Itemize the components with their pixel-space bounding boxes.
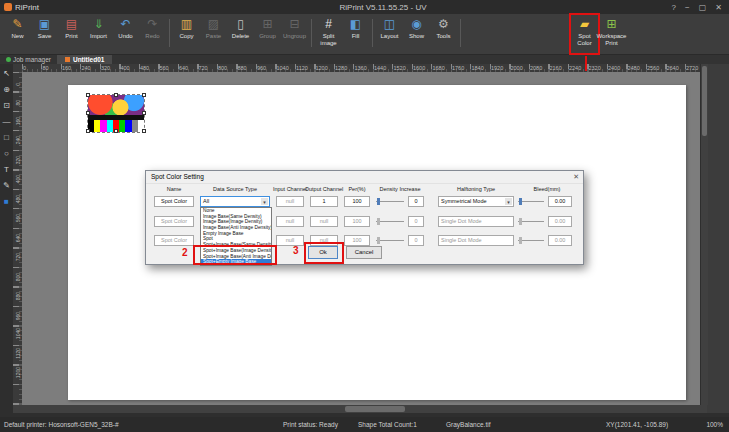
color-tool[interactable]: ■ xyxy=(1,195,12,207)
job-manager-button[interactable]: Job manager xyxy=(0,56,57,63)
slider-thumb[interactable] xyxy=(377,237,380,244)
paste-button[interactable]: ▨ Paste xyxy=(200,15,227,53)
ruler-label: 1600 xyxy=(412,64,432,72)
import-button[interactable]: ⇓ Import xyxy=(85,15,112,53)
density-increase-value[interactable]: 0 xyxy=(408,196,424,207)
output-channel-field[interactable]: 1 xyxy=(310,196,338,207)
selection-handle[interactable] xyxy=(114,93,118,97)
per-percent-field[interactable]: 100 xyxy=(344,216,370,227)
undo-button[interactable]: ↶ Undo xyxy=(112,15,139,53)
selection-handle[interactable] xyxy=(86,93,90,97)
redo-button[interactable]: ↷ Redo xyxy=(139,15,166,53)
text-icon: T xyxy=(4,165,9,174)
bleed-value[interactable]: 0.00 xyxy=(548,216,572,227)
slider-thumb[interactable] xyxy=(519,218,522,225)
slider-thumb[interactable] xyxy=(377,198,380,205)
horizontal-scrollbar-handle[interactable] xyxy=(345,406,405,412)
placed-image[interactable] xyxy=(88,95,144,132)
name-field[interactable]: Spot Color xyxy=(154,196,194,207)
ungroup-button[interactable]: ⊟ Ungroup xyxy=(281,15,308,53)
bleed-slider[interactable] xyxy=(518,196,544,207)
input-channel-field[interactable]: null xyxy=(276,216,304,227)
halftoning-type-select[interactable]: Symmetrical Mode ▾ xyxy=(438,196,514,207)
chevron-down-icon[interactable]: ▾ xyxy=(505,198,512,205)
density-increase-value[interactable]: 0 xyxy=(408,235,424,246)
vertical-scrollbar[interactable] xyxy=(700,64,708,405)
halftoning-type-select[interactable]: Single Dot Mode xyxy=(438,216,514,227)
chevron-down-icon[interactable]: ▾ xyxy=(261,198,268,205)
gear-icon: ⚙ xyxy=(438,17,449,31)
default-printer-status: Default printer: Hosonsoft-GEN5_32B-# xyxy=(4,421,119,428)
help-button[interactable]: ? xyxy=(672,3,676,12)
split-image-button[interactable]: # Split image xyxy=(315,15,342,53)
name-field[interactable]: Spot Color xyxy=(154,235,194,246)
rect-tool[interactable]: □ xyxy=(1,131,12,143)
density-increase-slider[interactable] xyxy=(376,216,404,227)
workspace-print-button[interactable]: ⊞ Workspace Print xyxy=(598,15,625,53)
bleed-slider[interactable] xyxy=(518,235,544,246)
annotation-step3-box xyxy=(304,242,344,264)
import-icon: ⇓ xyxy=(93,17,103,31)
bleed-value[interactable]: 0.00 xyxy=(548,196,572,207)
zoom-tool[interactable]: ⊕ xyxy=(1,83,12,95)
bleed-value[interactable]: 0.00 xyxy=(548,235,572,246)
selection-handle[interactable] xyxy=(86,111,90,115)
selection-handle[interactable] xyxy=(142,111,146,115)
cancel-button[interactable]: Cancel xyxy=(346,246,382,259)
bleed-slider[interactable] xyxy=(518,216,544,227)
fill-button[interactable]: ◧ Fill xyxy=(342,15,369,53)
close-button[interactable]: ✕ xyxy=(715,3,722,12)
main-toolbar: ✎ New ▣ Save ▤ Print ⇓ Import ↶ Undo ↷ R… xyxy=(0,14,729,55)
density-increase-slider[interactable] xyxy=(376,196,404,207)
selection-handle[interactable] xyxy=(142,129,146,133)
ellipse-tool[interactable]: ○ xyxy=(1,147,12,159)
dropdown-option[interactable]: Image Base(Anti Image Density) xyxy=(201,225,271,231)
halftoning-type-select[interactable]: Single Dot Mode xyxy=(438,235,514,246)
show-button[interactable]: ◉ Show xyxy=(403,15,430,53)
group-button[interactable]: ⊞ Group xyxy=(254,15,281,53)
output-channel-field[interactable]: null xyxy=(310,216,338,227)
density-increase-value[interactable]: 0 xyxy=(408,216,424,227)
slider-thumb[interactable] xyxy=(377,218,380,225)
slider-thumb[interactable] xyxy=(519,237,522,244)
line-tool[interactable]: — xyxy=(1,115,12,127)
ruler-label: 880 xyxy=(237,64,257,72)
data-source-type-select[interactable]: All ▾ xyxy=(200,196,270,207)
selection-handle[interactable] xyxy=(114,129,118,133)
input-channel-field[interactable]: null xyxy=(276,235,304,246)
per-percent-field[interactable]: 100 xyxy=(344,235,370,246)
per-percent-field[interactable]: 100 xyxy=(344,196,370,207)
density-increase-slider[interactable] xyxy=(376,235,404,246)
layout-button[interactable]: ◫ Layout xyxy=(376,15,403,53)
tab-untitled01[interactable]: Untitled01 xyxy=(57,55,112,64)
pen-tool[interactable]: ✎ xyxy=(1,179,12,191)
copy-button[interactable]: ▥ Copy xyxy=(173,15,200,53)
app-name: RiPrint xyxy=(15,3,39,12)
select-tool[interactable]: ↖ xyxy=(1,67,12,79)
input-channel-field[interactable]: null xyxy=(276,196,304,207)
spot-color-button[interactable]: ▰ Spot Color xyxy=(571,15,598,53)
toolbar-button[interactable] xyxy=(464,15,571,53)
rectangle-icon: □ xyxy=(4,133,9,142)
print-button[interactable]: ▤ Print xyxy=(58,15,85,53)
name-field[interactable]: Spot Color xyxy=(154,216,194,227)
tools-button[interactable]: ⚙ Tools xyxy=(430,15,457,53)
text-tool[interactable]: T xyxy=(1,163,12,175)
selection-handle[interactable] xyxy=(86,129,90,133)
toolbar-button[interactable] xyxy=(308,15,315,53)
selection-handle[interactable] xyxy=(142,93,146,97)
toolbar-button[interactable] xyxy=(457,15,464,53)
minimize-button[interactable]: − xyxy=(685,3,690,12)
dialog-close-icon[interactable]: ✕ xyxy=(573,171,579,183)
save-button[interactable]: ▣ Save xyxy=(31,15,58,53)
new-button[interactable]: ✎ New xyxy=(4,15,31,53)
crop-tool[interactable]: ⊡ xyxy=(1,99,12,111)
ruler-label: 1760 xyxy=(451,64,471,72)
delete-button[interactable]: ▯ Delete xyxy=(227,15,254,53)
vertical-scrollbar-handle[interactable] xyxy=(702,66,707,136)
toolbar-button[interactable] xyxy=(369,15,376,53)
horizontal-scrollbar[interactable] xyxy=(13,405,700,413)
maximize-button[interactable]: ▢ xyxy=(699,3,707,12)
toolbar-button[interactable] xyxy=(166,15,173,53)
slider-thumb[interactable] xyxy=(519,198,522,205)
